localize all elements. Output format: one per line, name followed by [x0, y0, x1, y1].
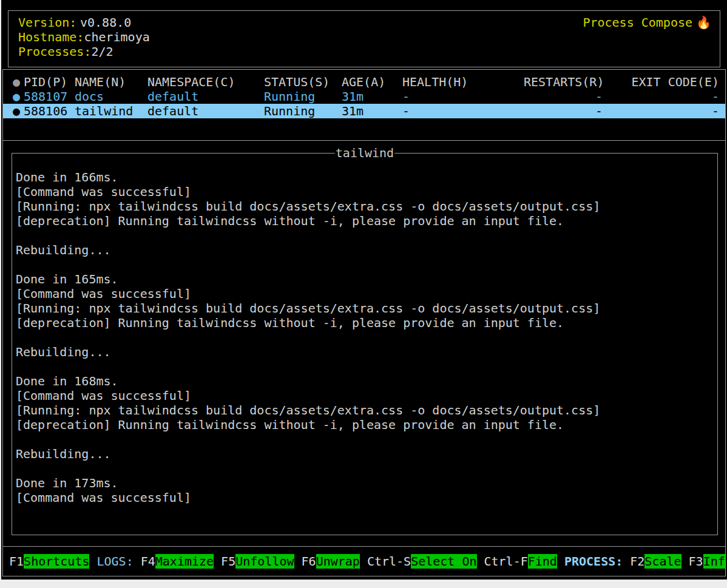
shortcut-key: F2: [630, 554, 644, 569]
log-line: [16, 330, 714, 345]
log-line: [deprecation] Running tailwindcss withou…: [16, 417, 714, 432]
log-line: [deprecation] Running tailwindcss withou…: [16, 316, 714, 330]
log-line: [Running: npx tailwindcss build docs/ass…: [16, 301, 714, 316]
shortcut-action: Unwrap: [316, 554, 360, 569]
cell-exit_code: -: [603, 104, 719, 118]
table-header-row: ●PID(P)NAME(N)NAMESPACE(C)STATUS(S)AGE(A…: [3, 75, 725, 89]
log-line: Done in 166ms.: [16, 170, 714, 184]
shortcut-find[interactable]: Ctrl-FFind: [484, 554, 557, 569]
shortcut-maximize[interactable]: F4Maximize: [141, 554, 214, 569]
header-field: Processes:2/2: [18, 44, 150, 59]
log-panel[interactable]: tailwind Done in 166ms.[Command was succ…: [12, 153, 718, 535]
shortcut-key: F4: [141, 554, 155, 569]
log-line: Done in 173ms.: [16, 476, 714, 490]
shortcut-key: F1: [9, 554, 24, 569]
cell-status: Running: [264, 89, 342, 104]
cell-age: 31m: [342, 89, 402, 104]
cell-pid: 588107: [24, 89, 75, 104]
shortcut-key: F5: [221, 554, 235, 569]
log-line: [16, 257, 714, 272]
log-line: [Command was successful]: [16, 286, 714, 301]
cell-exit_code: -: [603, 89, 719, 104]
header-field-label: Processes:: [18, 44, 91, 59]
column-header: NAME(N): [75, 75, 147, 89]
log-line: [16, 228, 714, 243]
column-header: NAMESPACE(C): [147, 75, 264, 89]
table-row[interactable]: ●588106tailwinddefaultRunning31m---: [3, 104, 725, 118]
log-line: [Running: npx tailwindcss build docs/ass…: [16, 199, 714, 214]
log-line: Rebuilding...: [16, 345, 714, 359]
column-header: AGE(A): [342, 75, 402, 89]
header-field-value: cherimoya: [84, 30, 149, 44]
log-line: [Command was successful]: [16, 184, 714, 199]
header-fields: Version:v0.88.0Hostname:cherimoyaProcess…: [18, 15, 150, 67]
log-line: Rebuilding...: [16, 243, 714, 257]
shortcut-key: F6: [302, 554, 316, 569]
table-body: ●588107docsdefaultRunning31m---●588106ta…: [3, 89, 725, 118]
shortcut-info[interactable]: F3Info: [689, 554, 725, 569]
shortcut-key: Ctrl-S: [367, 554, 411, 569]
shortcut-unwrap[interactable]: F6Unwrap: [302, 554, 360, 569]
row-bullet-icon: ●: [13, 89, 24, 104]
log-line: [deprecation] Running tailwindcss withou…: [16, 214, 714, 228]
log-line: [Running: npx tailwindcss build docs/ass…: [16, 403, 714, 417]
cell-health: -: [402, 104, 524, 118]
shortcut-action: Find: [528, 554, 557, 569]
log-line: Rebuilding...: [16, 447, 714, 461]
shortcut-action: Info: [703, 554, 725, 569]
column-header: EXIT CODE(E): [603, 75, 719, 89]
cell-restarts: -: [524, 104, 603, 118]
column-header: PID(P): [24, 75, 75, 89]
shortcut-action: Scale: [644, 554, 681, 569]
cell-status: Running: [264, 104, 342, 118]
fire-icon: 🔥: [696, 15, 711, 30]
shortcut-select-on[interactable]: Ctrl-SSelect On: [367, 554, 477, 569]
main-panel: ●PID(P)NAME(N)NAMESPACE(C)STATUS(S)AGE(A…: [2, 69, 726, 576]
header-field-label: Version:: [18, 15, 80, 30]
row-bullet-icon: ●: [13, 104, 24, 118]
app-title-text: Process Compose: [583, 15, 692, 30]
cell-namespace: default: [147, 89, 264, 104]
header-field-value: 2/2: [91, 44, 113, 59]
log-line: [Command was successful]: [16, 490, 714, 505]
logs-section: tailwind Done in 166ms.[Command was succ…: [3, 141, 725, 546]
cell-name: tailwind: [75, 104, 147, 118]
shortcut-shortcuts[interactable]: F1Shortcuts: [9, 554, 89, 569]
cell-restarts: -: [524, 89, 603, 104]
shortcut-unfollow[interactable]: F5Unfollow: [221, 554, 294, 569]
column-header: RESTARTS(R): [524, 75, 603, 89]
header-field-value: v0.88.0: [80, 15, 131, 30]
header-panel: Version:v0.88.0Hostname:cherimoyaProcess…: [8, 10, 720, 67]
column-header: HEALTH(H): [402, 75, 524, 89]
column-header: STATUS(S): [264, 75, 342, 89]
cell-namespace: default: [147, 104, 264, 118]
header-field: Hostname:cherimoya: [18, 30, 150, 44]
shortcut-action: Select On: [411, 554, 476, 569]
table-row[interactable]: ●588107docsdefaultRunning31m---: [3, 89, 725, 104]
process-compose-terminal: Version:v0.88.0Hostname:cherimoyaProcess…: [1, 0, 727, 580]
shortcut-scale[interactable]: F2Scale: [630, 554, 681, 569]
status-bar: F1ShortcutsLOGS:F4MaximizeF5UnfollowF6Un…: [3, 547, 725, 576]
status-section-label: PROCESS:: [564, 554, 623, 569]
log-line: Done in 165ms.: [16, 272, 714, 286]
log-line: Done in 168ms.: [16, 374, 714, 388]
cell-age: 31m: [342, 104, 402, 118]
log-line: [16, 359, 714, 374]
cell-pid: 588106: [24, 104, 75, 118]
status-section-label: LOGS:: [96, 554, 133, 569]
app-title: Process Compose🔥: [583, 15, 711, 67]
shortcut-action: Maximize: [155, 554, 214, 569]
header-field: Version:v0.88.0: [18, 15, 150, 30]
log-line: [16, 432, 714, 447]
log-output: Done in 166ms.[Command was successful][R…: [12, 154, 717, 535]
shortcut-action: Unfollow: [235, 554, 294, 569]
log-panel-title: tailwind: [12, 146, 717, 160]
shortcut-key: Ctrl-F: [484, 554, 528, 569]
row-bullet-icon: ●: [13, 75, 24, 89]
shortcut-action: Shortcuts: [24, 554, 89, 569]
cell-name: docs: [75, 89, 147, 104]
process-table: ●PID(P)NAME(N)NAMESPACE(C)STATUS(S)AGE(A…: [3, 70, 725, 140]
log-line: [Command was successful]: [16, 388, 714, 403]
log-line: [16, 461, 714, 476]
shortcut-key: F3: [689, 554, 703, 569]
